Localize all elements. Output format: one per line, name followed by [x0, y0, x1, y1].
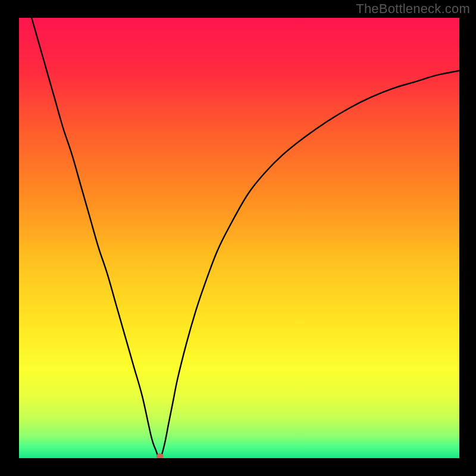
gradient-background	[19, 18, 459, 458]
plot-svg	[19, 18, 459, 458]
plot-area	[19, 18, 459, 458]
chart-frame: TheBottleneck.com	[0, 0, 476, 476]
watermark-text: TheBottleneck.com	[356, 1, 470, 17]
